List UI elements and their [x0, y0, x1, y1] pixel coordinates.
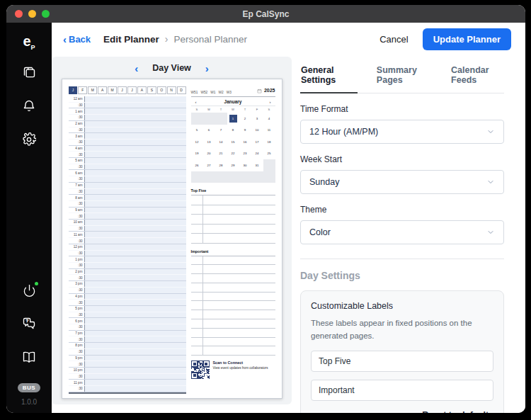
- sidebar-item-help[interactable]: ?: [22, 317, 36, 334]
- sidebar-item-connection[interactable]: [23, 284, 36, 300]
- section-line: [191, 234, 275, 244]
- tab-general-settings[interactable]: General Settings: [300, 59, 358, 93]
- zoom-button[interactable]: [42, 10, 50, 18]
- time-cell: [85, 386, 186, 392]
- time-cell: [85, 336, 186, 342]
- tab-summary-pages[interactable]: Summary Pages: [376, 59, 432, 93]
- gear-icon: [22, 132, 36, 149]
- month-tab-11: D: [177, 86, 186, 94]
- time-cell: [85, 300, 186, 305]
- calendar-cell: 13: [203, 136, 215, 148]
- sidebar-item-planners[interactable]: [22, 65, 37, 83]
- time-label: 5 am: [69, 158, 85, 164]
- month-tab-strip: JFMAMJJASOND: [69, 86, 186, 94]
- time-label: 1 am: [69, 108, 85, 114]
- week-tab-1: W52: [200, 91, 207, 94]
- time-label: :30: [69, 127, 85, 133]
- time-row: :30: [69, 189, 186, 195]
- page-header: ‹ Back Edit Planner › Personal Planner C…: [52, 23, 525, 55]
- top-five-label-input[interactable]: [311, 351, 493, 372]
- card-title: Customizable Labels: [311, 301, 493, 311]
- calendar-cell: 30: [239, 159, 251, 171]
- back-button[interactable]: ‹ Back: [63, 34, 91, 45]
- section-rows-0: [191, 195, 275, 244]
- time-row: 2 am: [69, 121, 186, 127]
- cancel-button[interactable]: Cancel: [379, 34, 408, 45]
- time-label: :30: [69, 164, 85, 170]
- section-line: [191, 283, 275, 293]
- mini-calendar: ‹ January › SMTWTFS 12345678910111213141…: [191, 96, 275, 183]
- mini-cal-prev-icon: ‹: [193, 100, 199, 104]
- section-line: [191, 265, 275, 274]
- sidebar-item-docs[interactable]: [22, 350, 36, 367]
- time-cell: [85, 121, 186, 127]
- time-row: 4 am: [69, 146, 186, 152]
- time-label: 9 am: [69, 208, 85, 213]
- time-row: 3 pm: [69, 281, 186, 288]
- time-row: :30: [69, 275, 186, 281]
- sidebar-item-notifications[interactable]: [22, 99, 36, 116]
- calendar-cell: 1: [227, 113, 239, 125]
- week-tab-strip: W51W52W1W2W3: [191, 84, 234, 96]
- power-icon: [23, 284, 36, 300]
- theme-select[interactable]: Color: [300, 220, 504, 244]
- minimize-button[interactable]: [28, 10, 36, 18]
- reset-to-defaults-button[interactable]: Reset to defaults: [311, 410, 493, 413]
- time-label: 5 pm: [69, 306, 85, 312]
- calendar-cell: 9: [239, 125, 251, 137]
- prev-page-icon[interactable]: ‹: [135, 63, 138, 74]
- time-row: 10 am: [69, 220, 186, 226]
- calendar-cell: 18: [263, 136, 275, 148]
- sidebar-item-settings[interactable]: [22, 132, 36, 149]
- time-label: 2 pm: [69, 269, 85, 275]
- section-line: [191, 319, 275, 329]
- month-tab-4: M: [108, 86, 117, 94]
- time-label: :30: [69, 103, 85, 108]
- month-tab-2: M: [88, 86, 97, 94]
- calendar-cell: 2: [239, 113, 251, 125]
- time-label: 1 pm: [69, 256, 85, 262]
- time-label: :30: [69, 275, 85, 280]
- calendar-cell: 4: [263, 113, 275, 125]
- week-tab-0: W51: [191, 91, 198, 94]
- tab-calendar-feeds[interactable]: Calendar Feeds: [450, 59, 504, 93]
- time-label: :30: [69, 324, 85, 330]
- calendar-cell: 21: [215, 148, 227, 160]
- mini-cal-day-header: T: [215, 108, 227, 111]
- chat-help-icon: ?: [22, 317, 36, 334]
- time-row: :30: [69, 336, 186, 343]
- next-page-icon[interactable]: ›: [205, 63, 209, 74]
- month-tab-3: A: [98, 86, 107, 94]
- planner-sections: Top FiveImportant: [191, 183, 275, 356]
- app-window: Ep CalSync eP ? BUS: [6, 5, 525, 413]
- traffic-lights: [15, 10, 50, 18]
- section-vline: [202, 256, 203, 356]
- time-label: 9 pm: [69, 356, 85, 361]
- time-label: 2 am: [69, 121, 85, 127]
- time-row: :30: [69, 201, 186, 208]
- calendar-cell: 22: [227, 148, 239, 160]
- time-cell: [85, 208, 186, 213]
- environment-badge: BUS: [18, 383, 40, 392]
- update-planner-button[interactable]: Update Planner: [423, 28, 511, 50]
- time-label: 4 pm: [69, 294, 85, 300]
- time-cell: [85, 146, 186, 152]
- month-tab-9: O: [157, 86, 166, 94]
- chevron-down-icon: [486, 228, 495, 237]
- time-cell: [85, 251, 186, 256]
- month-tab-7: A: [137, 86, 147, 94]
- time-row: 11 pm: [69, 380, 186, 386]
- time-cell: [85, 349, 186, 355]
- settings-panel: General Settings Summary Pages Calendar …: [292, 55, 525, 413]
- time-label: :30: [69, 238, 85, 244]
- time-format-select[interactable]: 12 Hour (AM/PM): [300, 120, 504, 144]
- time-label: :30: [69, 189, 85, 195]
- week-start-select[interactable]: Sunday: [300, 170, 504, 194]
- important-label-input[interactable]: [311, 380, 493, 401]
- time-row: 8 pm: [69, 343, 186, 349]
- time-cell: [85, 324, 186, 330]
- time-cell: [85, 103, 186, 108]
- close-button[interactable]: [15, 10, 23, 18]
- time-cell: [85, 152, 186, 157]
- time-cell: [85, 96, 186, 102]
